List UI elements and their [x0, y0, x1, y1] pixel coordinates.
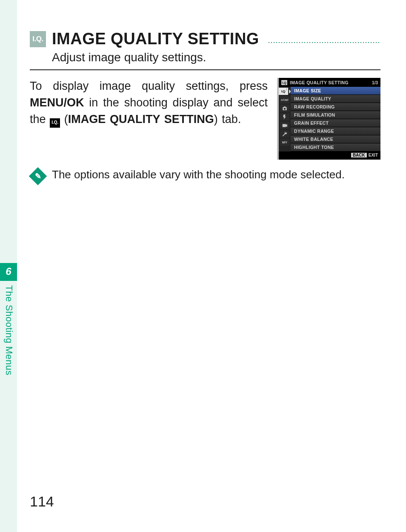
- menu-footer: BACK EXIT: [279, 152, 380, 160]
- body-text-post2: ) tab.: [214, 113, 241, 126]
- body-text-pre: To display image quality settings, press: [30, 80, 268, 92]
- camera-menu-screenshot: I.Q IMAGE QUALITY SETTING 1/3 I.Q⋮ AF/MF…: [277, 78, 380, 160]
- heading-row: I.Q. IMAGE QUALITY SETTING: [30, 30, 380, 48]
- menu-header-title: IMAGE QUALITY SETTING: [290, 80, 369, 85]
- menu-exit-label: EXIT: [369, 153, 378, 157]
- menu-tab-wrench-icon: [280, 130, 289, 137]
- menu-item: IMAGE SIZE: [291, 87, 380, 95]
- menu-header-page: 1/3: [372, 80, 378, 85]
- menu-item: RAW RECORDING: [291, 103, 380, 111]
- dotted-rule: [268, 42, 380, 43]
- menu-item: DYNAMIC RANGE: [291, 127, 380, 135]
- chapter-number: 6: [0, 263, 17, 281]
- menu-item: FILM SIMULATION: [291, 111, 380, 119]
- chapter-tab: 6 The Shooting Menus: [0, 263, 17, 395]
- page-number: 114: [30, 493, 54, 510]
- body-paragraph: To display image quality settings, press…: [30, 78, 268, 128]
- tab-name: IMAGE QUALITY SETTING: [68, 113, 214, 126]
- menu-tab-af: AF/MF: [280, 96, 289, 103]
- note-text: The options available vary with the shoo…: [52, 167, 345, 182]
- menu-item: IMAGE QUALITY: [291, 95, 380, 103]
- menu-tab-my: MY: [280, 139, 289, 146]
- menu-back-label: BACK: [351, 153, 367, 157]
- menu-tabs: I.Q⋮ AF/MF MY: [279, 87, 291, 152]
- menu-items: IMAGE SIZE IMAGE QUALITY RAW RECORDING F…: [291, 87, 380, 152]
- menu-item: HIGHLIGHT TONE: [291, 143, 380, 152]
- menu-tab-iq: I.Q⋮: [279, 88, 288, 95]
- note-icon-glyph: ✎: [35, 172, 41, 181]
- page-subtitle: Adjust image quality settings.: [52, 51, 380, 64]
- iq-inline-icon: I.Q.: [50, 118, 60, 128]
- note-block: ✎ The options available vary with the sh…: [30, 167, 380, 183]
- menu-item: WHITE BALANCE: [291, 135, 380, 143]
- body-text-post1: (: [60, 113, 68, 126]
- menu-header: I.Q IMAGE QUALITY SETTING 1/3: [279, 78, 380, 87]
- menu-tab-movie-icon: [280, 122, 289, 129]
- note-icon: ✎: [29, 167, 47, 185]
- page-title: IMAGE QUALITY SETTING: [52, 30, 259, 48]
- divider: [30, 69, 380, 70]
- menu-tab-flash-icon: [280, 113, 289, 120]
- chapter-label: The Shooting Menus: [0, 281, 18, 380]
- menu-tab-camera-icon: [280, 105, 289, 112]
- menu-ok-label: MENU/OK: [30, 96, 84, 109]
- iq-icon: I.Q.: [30, 31, 46, 47]
- menu-item: GRAIN EFFECT: [291, 119, 380, 127]
- menu-header-icon: I.Q: [281, 80, 287, 85]
